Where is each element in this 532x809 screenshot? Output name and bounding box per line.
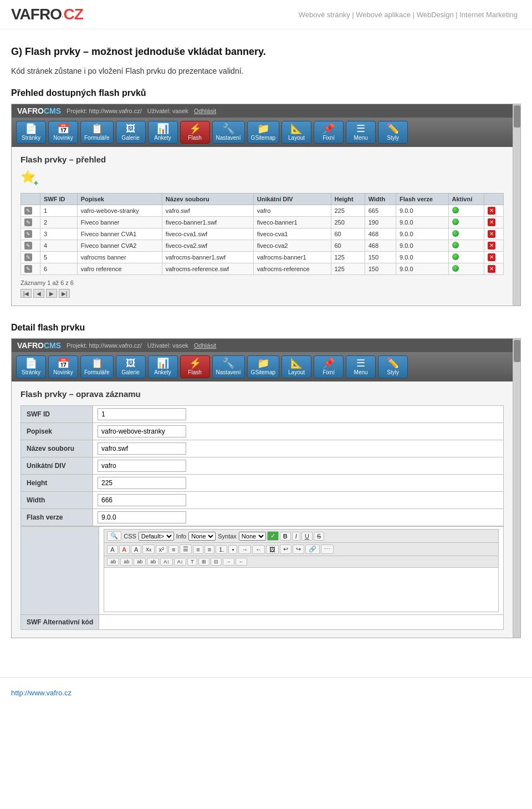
form-input-flash-verze[interactable] — [98, 511, 186, 523]
cms-odhlasit-2[interactable]: Odhlásit — [194, 342, 216, 349]
tb1-ankety[interactable]: 📊Ankety — [148, 121, 178, 144]
row-delete[interactable]: ✕ — [484, 217, 503, 228]
row-edit[interactable]: ✎ — [21, 205, 40, 217]
page-first[interactable]: |◀ — [21, 289, 32, 298]
editor-toggle-btn[interactable]: ✓ — [267, 531, 279, 541]
tb2-gsitemap[interactable]: 📁GSitemap — [247, 355, 279, 378]
editor-info-select[interactable]: None — [188, 532, 216, 541]
tb2-styly[interactable]: ✏️Styly — [378, 355, 408, 378]
tb2-layout[interactable]: 📐Layout — [282, 355, 311, 378]
ed-t8[interactable]: ⊞ — [198, 558, 209, 566]
tb1-nastaveni[interactable]: 🔧Nastavení — [212, 121, 245, 144]
delete-icon[interactable]: ✕ — [488, 230, 495, 238]
row-edit[interactable]: ✎ — [21, 228, 40, 240]
row-delete[interactable]: ✕ — [484, 228, 503, 240]
edit-icon[interactable]: ✎ — [24, 242, 32, 250]
row-edit[interactable]: ✎ — [21, 217, 40, 228]
tb2-flash[interactable]: ⚡Flash — [180, 355, 210, 378]
tb2-galerie[interactable]: 🖼Galerie — [116, 355, 146, 378]
form-input-popisek[interactable] — [98, 425, 186, 437]
page-prev[interactable]: ◀ — [33, 289, 44, 298]
delete-icon[interactable]: ✕ — [488, 207, 495, 215]
ed-t11[interactable]: ← — [236, 558, 247, 566]
ed-align-right[interactable]: ≡ — [193, 545, 203, 554]
tb2-fixni[interactable]: 📌Fixní — [314, 355, 344, 378]
ed-t9[interactable]: ⊟ — [211, 558, 222, 566]
ed-a-btn[interactable]: A — [107, 545, 117, 554]
tb1-menu[interactable]: ☰Menu — [346, 121, 376, 144]
ed-t10[interactable]: → — [223, 558, 234, 566]
tb2-ankety[interactable]: 📊Ankety — [148, 355, 178, 378]
ed-a3-btn[interactable]: A — [131, 545, 141, 554]
edit-icon[interactable]: ✎ — [24, 218, 32, 226]
editor-underline-btn[interactable]: U — [301, 532, 313, 541]
ed-ul[interactable]: • — [228, 545, 237, 554]
tb1-flash[interactable]: ⚡Flash — [180, 121, 210, 144]
tb2-stranky[interactable]: 📄Stránky — [16, 355, 46, 378]
form-input-unikátní-div[interactable] — [98, 460, 186, 472]
ed-align-left[interactable]: ≡ — [168, 545, 178, 554]
form-input-swf-id[interactable] — [98, 408, 186, 420]
ed-t5[interactable]: A↕ — [160, 558, 173, 566]
editor-bold-btn[interactable]: B — [280, 532, 291, 541]
tb2-formulare[interactable]: 📋Formuláře — [80, 355, 114, 378]
tb1-galerie[interactable]: 🖼Galerie — [116, 121, 146, 144]
tb1-layout[interactable]: 📐Layout — [282, 121, 311, 144]
ed-t7[interactable]: T — [187, 558, 197, 566]
ed-more[interactable]: ⋯ — [321, 545, 334, 554]
ed-t3[interactable]: ab — [134, 558, 146, 566]
ed-t6[interactable]: A↕ — [174, 558, 187, 566]
ed-redo[interactable]: ↪ — [293, 545, 304, 554]
tb1-novinky[interactable]: 📅Novinky — [48, 121, 78, 144]
scroll-bar-2[interactable] — [513, 339, 520, 638]
add-flash-button[interactable]: ⭐ + — [21, 171, 37, 187]
edit-icon[interactable]: ✎ — [24, 230, 32, 238]
form-input-height[interactable] — [98, 477, 186, 489]
page-last[interactable]: ▶| — [59, 289, 70, 298]
row-edit[interactable]: ✎ — [21, 263, 40, 275]
ed-align-justify[interactable]: ≡ — [204, 545, 214, 554]
row-delete[interactable]: ✕ — [484, 263, 503, 275]
tb1-fixni[interactable]: 📌Fixní — [314, 121, 344, 144]
ed-align-center[interactable]: ☰ — [180, 545, 192, 554]
editor-search-btn[interactable]: 🔍 — [107, 531, 121, 541]
footer-link[interactable]: http://www.vafro.cz — [11, 689, 71, 697]
delete-icon[interactable]: ✕ — [488, 242, 495, 250]
ed-t1[interactable]: ab — [107, 558, 119, 566]
delete-icon[interactable]: ✕ — [488, 253, 495, 261]
edit-icon[interactable]: ✎ — [24, 265, 32, 273]
editor-css-select[interactable]: Default> — [139, 532, 174, 541]
ed-a2-btn[interactable]: A — [119, 545, 130, 554]
scroll-bar-1[interactable] — [513, 104, 520, 306]
ed-undo[interactable]: ↩ — [280, 545, 291, 554]
editor-content-area[interactable] — [104, 568, 499, 612]
row-delete[interactable]: ✕ — [484, 205, 503, 217]
tb2-novinky[interactable]: 📅Novinky — [48, 355, 78, 378]
tb2-nastaveni[interactable]: 🔧Nastavení — [212, 355, 245, 378]
row-edit[interactable]: ✎ — [21, 252, 40, 263]
cms-odhlasit-1[interactable]: Odhlásit — [194, 108, 216, 114]
page-next[interactable]: ▶ — [46, 289, 57, 298]
edit-icon[interactable]: ✎ — [24, 253, 32, 261]
ed-sup-btn[interactable]: x² — [156, 545, 167, 554]
tb2-menu[interactable]: ☰Menu — [346, 355, 376, 378]
ed-ol[interactable]: 1. — [216, 545, 227, 554]
row-delete[interactable]: ✕ — [484, 240, 503, 252]
editor-syntax-select[interactable]: None — [239, 532, 266, 541]
ed-outdent[interactable]: ← — [252, 545, 265, 554]
form-input-width[interactable] — [98, 494, 186, 506]
tb1-styly[interactable]: ✏️Styly — [378, 121, 408, 144]
row-delete[interactable]: ✕ — [484, 252, 503, 263]
ed-indent[interactable]: → — [238, 545, 251, 554]
tb1-formulare[interactable]: 📋Formuláře — [80, 121, 114, 144]
ed-img[interactable]: 🖼 — [266, 545, 279, 554]
delete-icon[interactable]: ✕ — [488, 218, 495, 226]
tb1-stranky[interactable]: 📄Stránky — [16, 121, 46, 144]
ed-link[interactable]: 🔗 — [305, 545, 320, 554]
row-edit[interactable]: ✎ — [21, 240, 40, 252]
edit-icon[interactable]: ✎ — [24, 207, 32, 215]
delete-icon[interactable]: ✕ — [488, 265, 495, 273]
ed-sub-btn[interactable]: x₂ — [142, 545, 155, 554]
ed-t2[interactable]: ab — [120, 558, 132, 566]
tb1-gsitemap[interactable]: 📁GSitemap — [247, 121, 279, 144]
